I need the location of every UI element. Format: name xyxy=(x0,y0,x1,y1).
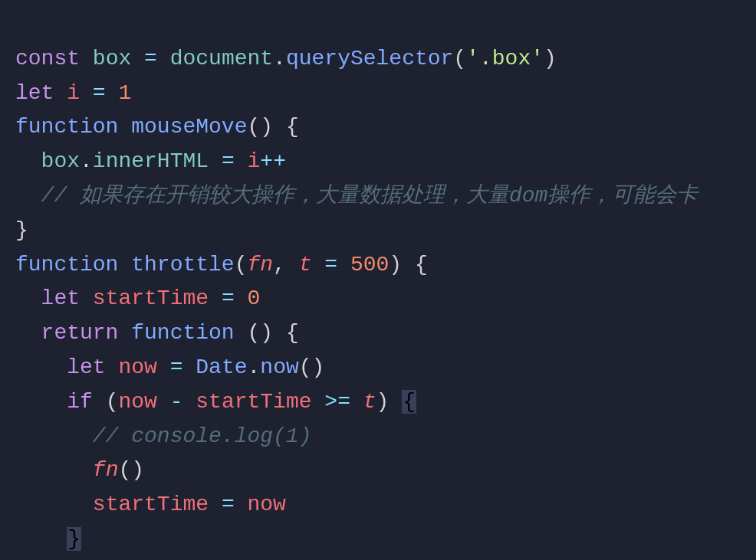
line-11: if (now - startTime >= t) { xyxy=(15,390,416,414)
line-9: return function () { xyxy=(15,321,299,345)
line-8: let startTime = 0 xyxy=(15,287,260,310)
line-14: startTime = now xyxy=(15,493,286,516)
line-13: fn() xyxy=(15,458,144,482)
code-editor: const box = document.querySelector('.box… xyxy=(15,8,741,560)
line-7: function throttle(fn, t = 500) { xyxy=(15,253,428,277)
line-6: } xyxy=(15,218,28,242)
line-12: // console.log(1) xyxy=(15,424,311,448)
line-3: function mouseMove() { xyxy=(15,115,299,139)
line-1: const box = document.querySelector('.box… xyxy=(15,47,557,70)
line-2: let i = 1 xyxy=(15,81,131,105)
line-10: let now = Date.now() xyxy=(15,355,324,379)
line-4: box.innerHTML = i++ xyxy=(15,149,286,173)
line-15: } xyxy=(15,527,81,551)
line-5: // 如果存在开销较大操作，大量数据处理，大量dom操作，可能会卡 xyxy=(15,184,698,208)
